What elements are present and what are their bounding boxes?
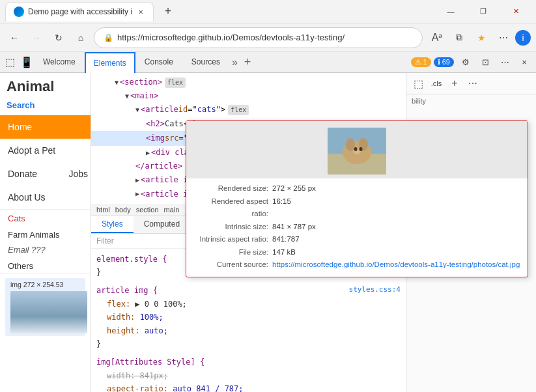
more-options-button[interactable]: ⋯ [465, 76, 481, 91]
close-window-button[interactable]: ✕ [501, 2, 531, 21]
rendered-aspect-val: 16:15 [272, 195, 291, 221]
url-text: https://microsoftedge.github.io/Demos/de… [117, 33, 413, 42]
browser-titlebar: Demo page with accessibility iss ✕ + — ❐… [0, 0, 536, 23]
site-title: Animal [7, 78, 54, 94]
nav-donate-row: Donate Jobs [0, 162, 91, 186]
tree-expand-main[interactable]: ▼ [125, 91, 129, 102]
address-bar[interactable]: 🔒 https://microsoftedge.github.io/Demos/… [94, 27, 423, 48]
tab-styles[interactable]: Styles [91, 216, 134, 233]
img-info-table: Rendered size: 272 × 255 px Rendered asp… [186, 178, 528, 277]
img-rendered-aspect-row: Rendered aspect ratio: 16:15 [194, 195, 520, 221]
devtools-tabs-bar: ⬚ 📱 Welcome Elements Console Sources » +… [0, 52, 536, 73]
profile-button[interactable]: i [515, 30, 531, 46]
intrinsic-size-label: Intrinsic size: [194, 221, 272, 234]
tree-line-section[interactable]: ▼ <section> flex [91, 76, 406, 89]
cat-svg [328, 128, 386, 175]
nav-others[interactable]: Others [0, 257, 91, 273]
tree-line-article-cats[interactable]: ▼ <article id="cats"> flex [91, 103, 406, 117]
nav-home[interactable]: Home [0, 115, 91, 139]
intrinsic-size-val: 841 × 787 px [272, 221, 316, 234]
css-article-img-close: } [96, 337, 401, 350]
right-panel-toolbar: ⬚ .cls + ⋯ [406, 73, 536, 94]
cat-image-preview [328, 128, 386, 175]
styles-source-link-1[interactable]: styles.css:4 [349, 284, 401, 296]
browser-toolbar: ← → ↻ ⌂ 🔒 https://microsoftedge.github.i… [0, 23, 536, 52]
css-img-aspect-prop: aspect-ratio: auto 841 / 787; [96, 382, 401, 392]
toolbar-icons: Aᵃ ⧉ ★ ⋯ i [427, 27, 531, 48]
more-button[interactable]: ⋯ [493, 27, 514, 48]
file-size-label: File size: [194, 246, 272, 259]
nav-farm-animals[interactable]: Farm Animals [0, 227, 91, 242]
tree-line-main[interactable]: ▼ <main> [91, 89, 406, 103]
inspect-element-button[interactable]: ⬚ [3, 55, 17, 70]
minimize-button[interactable]: — [436, 2, 466, 21]
tree-expand-article[interactable]: ▼ [135, 105, 139, 115]
home-button[interactable]: ⌂ [72, 29, 90, 47]
svg-point-3 [346, 138, 355, 151]
file-size-val: 147 kB [272, 246, 296, 259]
breadcrumb-body[interactable]: body [115, 206, 131, 214]
tab-elements[interactable]: Elements [85, 52, 135, 73]
current-source-link[interactable]: https://microsoftedge.github.io/Demos/de… [272, 259, 520, 272]
breadcrumb-html[interactable]: html [96, 206, 110, 214]
select-element-button[interactable]: ⬚ [410, 76, 426, 91]
breadcrumb-main[interactable]: main [164, 206, 180, 214]
split-screen-button[interactable]: ⧉ [449, 27, 470, 48]
css-block-article-img: article img { styles.css:4 flex: ▶ 0 0 1… [96, 284, 401, 350]
favorites-button[interactable]: ★ [471, 27, 492, 48]
device-toolbar-button[interactable]: 📱 [20, 55, 34, 70]
current-source-label: Current source: [194, 259, 272, 272]
browser-tab[interactable]: Demo page with accessibility iss ✕ [5, 2, 154, 21]
site-sidebar: Animal Search Home Adopt a Pet Donate Jo… [0, 73, 91, 392]
new-tab-button[interactable]: + [159, 3, 177, 21]
add-style-button[interactable]: + [447, 76, 462, 91]
img-intrinsic-aspect-row: Intrinsic aspect ratio: 841:787 [194, 233, 520, 246]
refresh-button[interactable]: ↻ [49, 29, 68, 47]
css-block-img-attrs: img[Attributes Style] { width: 841px; as… [96, 356, 401, 392]
img-current-source-row: Current source: https://microsoftedge.gi… [194, 259, 520, 272]
restore-button[interactable]: ❐ [468, 2, 498, 21]
back-button[interactable]: ← [5, 29, 23, 47]
read-aloud-button[interactable]: Aᵃ [427, 27, 447, 48]
css-img-width-prop: width: 841px; [96, 369, 401, 382]
tab-sources[interactable]: Sources [182, 52, 229, 73]
intrinsic-aspect-val: 841:787 [272, 233, 300, 246]
tab-welcome[interactable]: Welcome [34, 52, 85, 73]
rendered-aspect-label: Rendered aspect ratio: [194, 195, 272, 221]
forward-button[interactable]: → [27, 29, 46, 47]
dock-icon[interactable]: ⊡ [476, 53, 494, 72]
site-header: Animal Search [0, 73, 91, 115]
breadcrumb-section[interactable]: section [136, 206, 159, 214]
css-width-prop: width: 100%; [96, 311, 401, 324]
site-divider-2 [0, 273, 91, 274]
css-article-img-selector-row: article img { styles.css:4 [96, 284, 401, 297]
close-devtools-button[interactable]: × [515, 53, 533, 72]
img-preview-box [186, 121, 528, 178]
tree-expand-article3[interactable]: ▶ [135, 189, 139, 199]
tab-console[interactable]: Console [135, 52, 182, 73]
rendered-size-val: 272 × 255 px [272, 182, 316, 195]
edge-logo-icon [14, 7, 24, 17]
tab-close-button[interactable]: ✕ [136, 7, 145, 16]
img-file-size-row: File size: 147 kB [194, 246, 520, 259]
svg-point-7 [360, 147, 363, 151]
site-img-preview: img 272 × 254.53 [5, 278, 85, 336]
img-rendered-size-row: Rendered size: 272 × 255 px [194, 182, 520, 195]
more-tabs-button[interactable]: » [229, 57, 240, 68]
lock-icon: 🔒 [104, 33, 113, 42]
nav-donate[interactable]: Donate [0, 162, 66, 186]
nav-cats[interactable]: Cats [0, 210, 91, 227]
nav-jobs[interactable]: Jobs [66, 162, 91, 186]
nav-adopt[interactable]: Adopt a Pet [0, 139, 91, 162]
site-search-link[interactable]: Search [7, 100, 35, 110]
nav-email[interactable]: Email ??? [0, 242, 91, 257]
tree-expand-div[interactable]: ▶ [146, 148, 150, 158]
tree-expand-section[interactable]: ▼ [115, 77, 119, 88]
tree-expand-article2[interactable]: ▶ [135, 175, 139, 186]
cls-button[interactable]: .cls [429, 76, 444, 91]
add-tab-button[interactable]: + [240, 55, 255, 69]
settings-icon[interactable]: ⚙ [457, 53, 475, 72]
nav-about[interactable]: About Us [0, 186, 91, 209]
tab-computed[interactable]: Computed [134, 216, 190, 233]
more-devtools-button[interactable]: ⋯ [496, 53, 514, 72]
